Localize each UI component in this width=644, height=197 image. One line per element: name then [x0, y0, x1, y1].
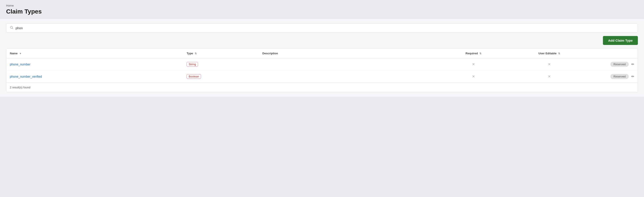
col-header-user-editable[interactable]: User Editable ⇅: [511, 49, 587, 58]
cell-required-2: ✕: [436, 70, 512, 83]
toolbar: Add Claim Type: [6, 36, 638, 45]
page-title: Claim Types: [6, 8, 638, 15]
cell-name-2: phone_number_verified: [6, 70, 183, 83]
name-sort-icon: ▼: [19, 52, 22, 55]
required-sort-icon: ⇅: [480, 52, 482, 55]
cell-type-1: String: [183, 58, 259, 70]
name-link-2[interactable]: phone_number_verified: [10, 75, 42, 78]
reserved-badge-2: Reserved: [610, 74, 629, 79]
edit-icon-1[interactable]: ✏: [631, 62, 634, 66]
required-x-2: ✕: [472, 75, 475, 78]
actions-cell-1: Reserved ✏: [591, 62, 634, 67]
claim-types-table: Name ▼ Type ⇅ Description Required ⇅: [6, 49, 638, 82]
actions-cell-2: Reserved ✏: [591, 74, 634, 79]
table-row: phone_number_verified Boolean ✕ ✕ Rese: [6, 70, 638, 83]
svg-point-0: [10, 26, 12, 28]
breadcrumb: Home: [6, 4, 638, 7]
col-header-required[interactable]: Required ⇅: [436, 49, 512, 58]
col-header-actions: [587, 49, 638, 58]
type-badge-2: Boolean: [186, 74, 201, 79]
svg-line-1: [12, 28, 13, 29]
search-bar-container: [6, 23, 638, 32]
name-link-1[interactable]: phone_number: [10, 63, 30, 66]
col-header-type[interactable]: Type ⇅: [183, 49, 259, 58]
cell-name-1: phone_number: [6, 58, 183, 70]
cell-required-1: ✕: [436, 58, 512, 70]
cell-actions-1: Reserved ✏: [587, 58, 638, 70]
results-count: 2 result(s) found: [6, 82, 638, 92]
table-container: Name ▼ Type ⇅ Description Required ⇅: [6, 48, 638, 92]
cell-user-editable-1: ✕: [511, 58, 587, 70]
reserved-badge-1: Reserved: [610, 62, 629, 67]
table-row: phone_number String ✕ ✕ Reserved: [6, 58, 638, 70]
content-area: Add Claim Type Name ▼ Type ⇅ Description: [0, 19, 644, 97]
add-claim-type-button[interactable]: Add Claim Type: [603, 36, 638, 45]
user-editable-x-2: ✕: [548, 75, 551, 78]
page-header: Home Claim Types: [0, 0, 644, 19]
user-editable-sort-icon: ⇅: [558, 52, 560, 55]
search-icon: [10, 26, 13, 30]
edit-icon-2[interactable]: ✏: [631, 74, 634, 79]
cell-actions-2: Reserved ✏: [587, 70, 638, 83]
col-header-description: Description: [259, 49, 436, 58]
type-sort-icon: ⇅: [195, 52, 197, 55]
cell-type-2: Boolean: [183, 70, 259, 83]
user-editable-x-1: ✕: [548, 62, 551, 66]
col-header-name[interactable]: Name ▼: [6, 49, 183, 58]
cell-user-editable-2: ✕: [511, 70, 587, 83]
type-badge-1: String: [186, 62, 198, 66]
cell-desc-1: [259, 58, 436, 70]
required-x-1: ✕: [472, 62, 475, 66]
cell-desc-2: [259, 70, 436, 83]
search-input[interactable]: [16, 26, 634, 30]
table-header-row: Name ▼ Type ⇅ Description Required ⇅: [6, 49, 638, 58]
